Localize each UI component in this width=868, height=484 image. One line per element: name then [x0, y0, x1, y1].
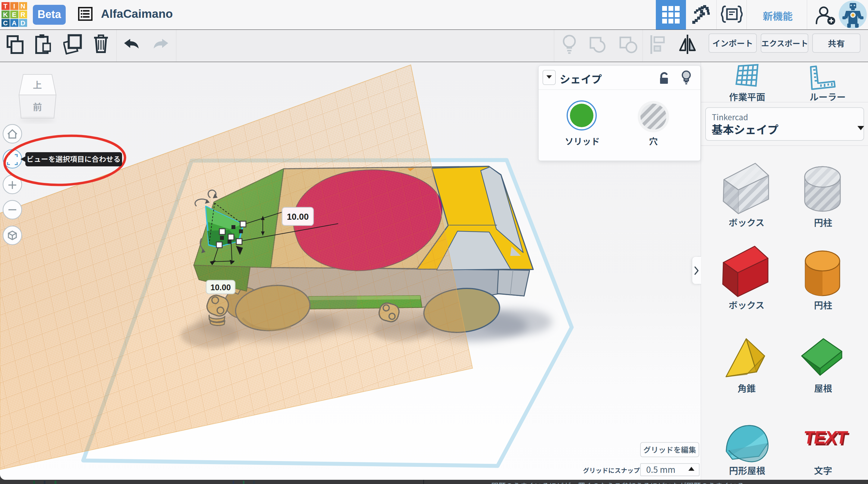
svg-text:10.00: 10.00: [210, 283, 231, 292]
svg-text:T: T: [3, 2, 7, 10]
svg-text:ルーラー: ルーラー: [809, 90, 846, 103]
svg-text:N: N: [21, 2, 25, 10]
svg-text:角錐: 角錐: [738, 381, 755, 394]
svg-text:屋根: 屋根: [814, 381, 832, 394]
svg-text:円柱: 円柱: [814, 298, 832, 311]
svg-text:E: E: [12, 11, 17, 19]
svg-text:前: 前: [33, 100, 42, 113]
svg-text:基本シェイプ: 基本シェイプ: [712, 121, 778, 137]
svg-text:円柱: 円柱: [814, 215, 832, 229]
svg-text:上: 上: [33, 78, 42, 91]
svg-text:グリッドを編集: グリッドを編集: [643, 444, 696, 455]
svg-text:ビューを選択項目に合わせる: ビューを選択項目に合わせる: [27, 153, 121, 164]
svg-text:ボックス: ボックス: [728, 298, 764, 311]
svg-text:グリッドにスナップ: グリッドにスナップ: [583, 465, 640, 475]
svg-text:作業平面: 作業平面: [729, 90, 765, 103]
svg-text:円形屋根: 円形屋根: [729, 463, 765, 477]
svg-text:TEXT: TEXT: [802, 427, 849, 448]
svg-text:A: A: [12, 19, 17, 27]
svg-text:K: K: [3, 11, 8, 19]
svg-text:10.00: 10.00: [287, 212, 309, 221]
svg-text:C: C: [3, 19, 8, 27]
svg-text:R: R: [21, 11, 25, 19]
svg-text:0.5 mm: 0.5 mm: [646, 463, 675, 475]
svg-text:D: D: [21, 19, 25, 27]
svg-text:文字: 文字: [814, 463, 832, 477]
svg-text:ボックス: ボックス: [728, 215, 764, 229]
svg-text:I: I: [13, 2, 15, 10]
